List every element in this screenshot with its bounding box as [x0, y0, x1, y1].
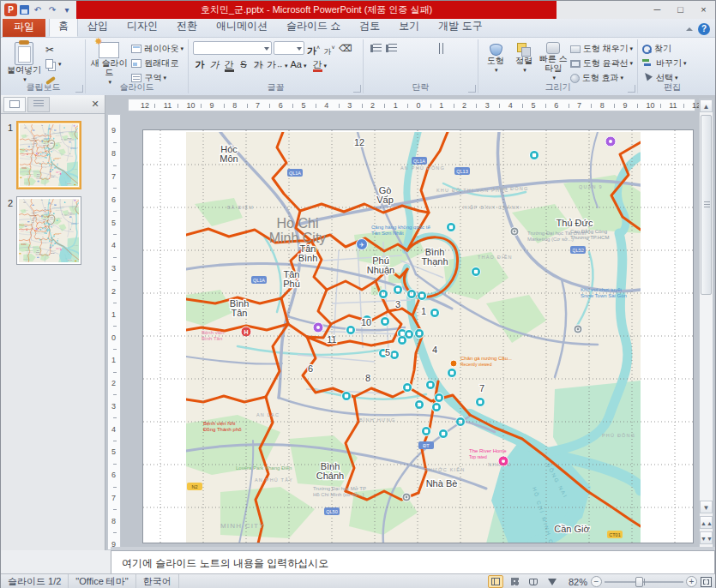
- svg-text:11: 11: [38, 155, 39, 156]
- clear-formatting-button[interactable]: ⌫: [338, 41, 353, 55]
- status-language[interactable]: 한국어: [136, 574, 179, 588]
- notes-pane[interactable]: 여기에 슬라이드 노트의 내용을 입력하십시오: [111, 550, 715, 573]
- save-icon[interactable]: [20, 5, 29, 15]
- font-dialog-launcher[interactable]: [353, 85, 361, 93]
- svg-text:GòVấp: GòVấp: [376, 185, 394, 205]
- minimize-button[interactable]: ─: [646, 1, 669, 19]
- underline-button[interactable]: 간: [222, 57, 236, 71]
- reading-view-button[interactable]: [526, 575, 541, 588]
- decrease-indent-button[interactable]: [400, 44, 409, 53]
- svg-text:H: H: [244, 329, 248, 335]
- scrollbar-thumb[interactable]: [701, 115, 712, 295]
- slideshow-view-button[interactable]: [545, 575, 560, 588]
- powerpoint-window: P ↶ ↷ ▾ 호치민_군.pptx - Microsoft PowerPoin…: [0, 0, 716, 588]
- svg-text:AN PHÚ ĐÔNG: AN PHÚ ĐÔNG: [400, 165, 445, 171]
- align-right-button[interactable]: [399, 58, 410, 68]
- vertical-ruler: 9876543210123456789: [107, 114, 121, 550]
- shape-fill-icon: [570, 45, 581, 53]
- cut-button[interactable]: [44, 43, 63, 57]
- shapes-button[interactable]: 도형▾: [481, 40, 509, 85]
- zoom-level[interactable]: 82%: [563, 577, 587, 587]
- zoom-slider[interactable]: − +: [591, 576, 697, 587]
- help-icon[interactable]: ?: [698, 23, 710, 35]
- svg-text:10: 10: [42, 153, 44, 153]
- previous-slide-button[interactable]: ▲▲: [700, 516, 713, 529]
- layout-button[interactable]: 레이아웃▾: [129, 42, 185, 56]
- svg-text:Trường Đại học Mở TP: Trường Đại học Mở TP: [313, 486, 366, 491]
- tab-file[interactable]: 파일: [3, 17, 45, 37]
- close-button[interactable]: ×: [692, 1, 715, 19]
- vertical-scrollbar[interactable]: ▲ ▼ ▲▲ ▼▼: [699, 99, 713, 548]
- svg-text:HócMôn: HócMôn: [220, 144, 238, 164]
- paste-button[interactable]: 붙여넣기▾: [4, 40, 44, 86]
- columns-button[interactable]: [428, 58, 440, 68]
- clipboard-dialog-launcher[interactable]: [75, 85, 83, 93]
- slide-thumbnail-2[interactable]: 2QL1AQL1AQL13QL52QL1AĐTQL50CT01N2AN PHÚ …: [1, 196, 81, 265]
- undo-icon[interactable]: ↶: [32, 5, 44, 15]
- grow-font-button[interactable]: 가˄: [306, 41, 321, 55]
- quick-styles-button[interactable]: 빠른 스타일▾: [539, 40, 569, 85]
- thumbnail-image[interactable]: QL1AQL1AQL13QL52QL1AĐTQL50CT01N2AN PHÚ Đ…: [16, 196, 81, 265]
- paste-icon: [15, 42, 33, 65]
- tab-slides-thumbnails[interactable]: [3, 97, 26, 112]
- workspace: ✕ 1QL1AQL1AQL13QL52QL1AĐTQL50CT01N2AN PH…: [1, 95, 715, 550]
- slide-canvas[interactable]: QL1AQL1AQL13QL52QL1AĐTQL50CT01N2AN PHÚ Đ…: [142, 129, 694, 543]
- tab-outline[interactable]: [27, 97, 50, 112]
- line-spacing-button[interactable]: [424, 44, 436, 53]
- slide-thumbnail-1[interactable]: 1QL1AQL1AQL13QL52QL1AĐTQL50CT01N2AN PHÚ …: [1, 121, 81, 189]
- bold-button[interactable]: 가: [193, 57, 207, 71]
- svg-text:PHƯỚC KIỂN: PHƯỚC KIỂN: [424, 467, 465, 472]
- minimize-ribbon-icon[interactable]: [685, 27, 693, 32]
- font-size-combobox[interactable]: [274, 41, 304, 55]
- redo-icon[interactable]: ↷: [46, 5, 58, 15]
- paragraph-dialog-launcher[interactable]: [468, 85, 476, 93]
- fit-slide-to-window-button[interactable]: [701, 577, 712, 587]
- slide-map-image[interactable]: QL1AQL1AQL13QL52QL1AĐTQL50CT01N2AN PHÚ Đ…: [186, 132, 641, 543]
- replace-button[interactable]: 바꾸기▾: [641, 57, 704, 70]
- zoom-slider-thumb[interactable]: [635, 577, 643, 587]
- powerpoint-app-icon[interactable]: P: [4, 3, 17, 16]
- text-shadow-button[interactable]: 가: [251, 57, 265, 71]
- arrange-button[interactable]: 정렬▾: [509, 40, 538, 85]
- svg-text:7: 7: [57, 238, 58, 239]
- svg-text:11: 11: [38, 231, 39, 231]
- drawing-dialog-launcher[interactable]: [628, 85, 635, 93]
- thumbnail-image[interactable]: QL1AQL1AQL13QL52QL1AĐTQL50CT01N2AN PHÚ Đ…: [16, 121, 81, 189]
- new-slide-button[interactable]: 새 슬라이드▾: [88, 40, 129, 87]
- normal-view-button[interactable]: [488, 575, 503, 588]
- font-color-button[interactable]: 간▾: [312, 57, 328, 71]
- scroll-up-icon[interactable]: ▲: [700, 99, 713, 112]
- justify-button[interactable]: [413, 58, 424, 68]
- slide-thumbnail-panel: ✕ 1QL1AQL1AQL13QL52QL1AĐTQL50CT01N2AN PH…: [1, 95, 105, 550]
- align-left-button[interactable]: [370, 58, 381, 68]
- align-center-button[interactable]: [384, 58, 395, 68]
- svg-text:5: 5: [45, 232, 46, 233]
- strikethrough-button[interactable]: S: [237, 57, 250, 71]
- svg-text:Nhà Bè: Nhà Bè: [51, 177, 55, 177]
- find-button[interactable]: 찾기: [641, 42, 704, 56]
- shrink-font-button[interactable]: 가˅: [322, 41, 336, 55]
- convert-smartart-button[interactable]: [443, 58, 454, 68]
- scroll-down-icon[interactable]: ▼: [700, 501, 713, 513]
- text-direction-button[interactable]: [439, 43, 446, 54]
- maximize-button[interactable]: □: [669, 1, 692, 19]
- close-panel-icon[interactable]: ✕: [88, 99, 102, 110]
- slides-tab-icon: [9, 100, 20, 108]
- reset-button[interactable]: 원래대로: [129, 57, 185, 70]
- increase-indent-button[interactable]: [412, 44, 421, 53]
- shape-outline-button[interactable]: 도형 윤곽선▾: [569, 57, 635, 70]
- group-clipboard: 붙여넣기▾ ▾ 클립보드: [2, 39, 86, 93]
- italic-button[interactable]: 가: [208, 57, 221, 71]
- font-name-combobox[interactable]: [193, 41, 272, 55]
- change-case-button[interactable]: Aa▾: [290, 57, 308, 71]
- copy-button[interactable]: ▾: [44, 57, 63, 71]
- zoom-in-icon[interactable]: +: [686, 576, 697, 587]
- character-spacing-button[interactable]: 가↔▾: [266, 57, 289, 71]
- slide-sorter-view-button[interactable]: [507, 575, 522, 588]
- qat-dropdown-icon[interactable]: ▾: [61, 5, 73, 15]
- numbering-button[interactable]: [388, 44, 397, 53]
- shape-fill-button[interactable]: 도형 채우기▾: [569, 42, 635, 56]
- zoom-out-icon[interactable]: −: [591, 576, 602, 587]
- next-slide-button[interactable]: ▼▼: [700, 531, 713, 544]
- bullets-button[interactable]: [373, 44, 382, 53]
